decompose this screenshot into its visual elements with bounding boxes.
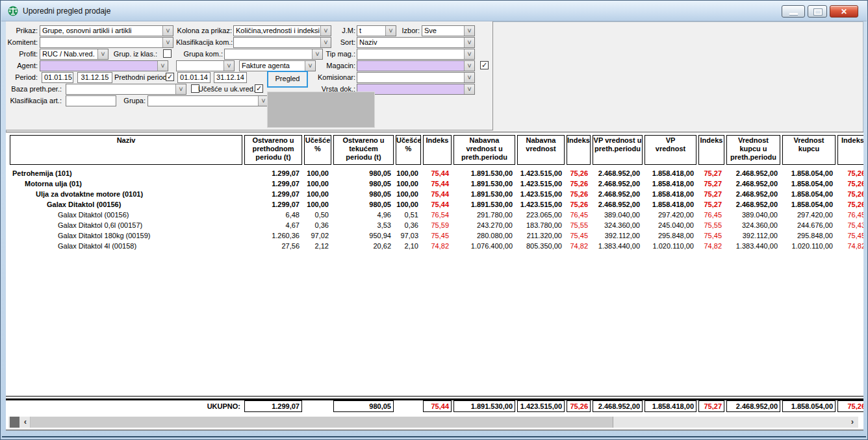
table-cell-naziv: Motorna ulja (01) [10, 178, 244, 189]
agent-combo[interactable] [40, 60, 168, 71]
prethodni-from-input[interactable]: 01.01.14 [177, 72, 211, 83]
table-cell: 1.891.530,00 [453, 168, 517, 178]
chevron-down-icon[interactable] [223, 61, 234, 71]
baza-preth-per-combo[interactable] [66, 84, 186, 95]
table-row[interactable]: Galax Ditaktol 4l (00158) 27,56 2,12 20,… [10, 241, 863, 251]
table-row[interactable]: Motorna ulja (01) 1.299,07 100,00 980,05… [10, 178, 863, 189]
grup-iz-klas-label: Grup. iz klas.: [110, 49, 157, 58]
table-row[interactable]: Petrohemija (101) 1.299,07 100,00 980,05… [10, 168, 863, 178]
column-header[interactable]: Vrednost kupcu [782, 135, 836, 165]
table-cell: 100,00 [396, 199, 423, 210]
column-header-naziv[interactable]: Naziv [10, 135, 242, 165]
table-cell-indeks: 76,45 [567, 210, 593, 220]
kolona-combo[interactable]: Količina,vrednosti i indeksi [233, 25, 331, 36]
table-row[interactable]: Galax Ditaktol (00156) 6,48 0,50 4,96 0,… [10, 210, 863, 220]
table-cell: 100,00 [304, 178, 333, 189]
column-header[interactable]: Učešće % [396, 135, 421, 165]
fakture-agenta-combo[interactable]: Fakture agenta [239, 60, 316, 71]
tip-mag-combo[interactable] [357, 49, 475, 60]
sort-combo[interactable]: Naziv [357, 37, 475, 48]
tip-mag-value [357, 49, 464, 59]
scroll-left-arrow-icon[interactable] [21, 417, 30, 428]
table-cell-indeks: 75,26 [567, 189, 593, 199]
chevron-down-icon[interactable] [464, 26, 474, 36]
grup-iz-klas-checkbox[interactable] [163, 49, 172, 58]
column-header[interactable]: Indeks [423, 135, 452, 165]
chevron-down-icon[interactable] [464, 61, 474, 71]
scroll-right-arrow-icon[interactable] [848, 417, 857, 428]
table-header-row: Naziv Ostvareno u prethodnom periodu (t)… [10, 135, 863, 166]
chevron-down-icon[interactable] [97, 49, 108, 59]
table-cell: 980,05 [333, 199, 396, 210]
column-header[interactable]: Nabavna vrednost u preth.periodu [453, 135, 515, 165]
maximize-button[interactable] [808, 5, 827, 18]
table-cell-indeks: 75,26 [567, 199, 593, 210]
scrollbar-thumb[interactable] [30, 417, 613, 428]
baza-preth-per-label: Baza preth.per.: [6, 84, 62, 93]
table-row[interactable]: Galax Ditaktol (00156) 1.299,07 100,00 9… [10, 199, 863, 210]
chevron-down-icon[interactable] [464, 84, 474, 94]
column-header[interactable]: Učešće % [304, 135, 331, 165]
title-bar[interactable]: Uporedni pregled prodaje [1, 1, 867, 21]
table-row[interactable]: Galax Ditaktol 0,6l (00157) 4,67 0,36 3,… [10, 220, 863, 230]
pregled-button[interactable]: Pregled [267, 71, 308, 88]
table-cell: 6,48 [244, 210, 304, 220]
total-cell-indeks: 75,27 [698, 400, 724, 412]
chevron-down-icon[interactable] [175, 84, 186, 94]
scrollbar-grip[interactable] [10, 417, 19, 428]
prikaz-combo[interactable]: Grupe, osnovni artikli i artikli [40, 25, 173, 36]
chevron-down-icon[interactable] [464, 49, 474, 59]
column-header[interactable]: Ostvareno u tekućem periodu (t) [333, 135, 394, 165]
horizontal-scrollbar[interactable] [8, 417, 858, 428]
prethodni-period-checkbox[interactable]: ✓ [166, 73, 174, 81]
column-header[interactable]: Indeks [837, 135, 863, 165]
table-cell: 211.320,00 [517, 230, 567, 241]
table-row[interactable]: Ulja za dvotaktne motore (0101) 1.299,07… [10, 189, 863, 199]
table-cell: 389.040,00 [593, 210, 645, 220]
period-to-input[interactable]: 31.12.15 [77, 72, 112, 83]
table-cell-indeks: 75,27 [698, 178, 726, 189]
column-header[interactable]: Indeks [698, 135, 724, 165]
profit-combo[interactable]: RUC / Nab.vred. [40, 49, 108, 60]
chevron-down-icon[interactable] [305, 61, 315, 71]
agent-secondary-combo[interactable] [176, 60, 235, 71]
chevron-down-icon[interactable] [464, 38, 474, 47]
column-header[interactable]: Indeks [567, 135, 591, 165]
grupa-combo[interactable] [147, 95, 269, 106]
grupa-kom-combo[interactable] [224, 49, 323, 60]
klasifikacija-kom-combo[interactable] [233, 37, 331, 48]
ucesce-checkbox[interactable]: ✓ [255, 84, 263, 93]
komisionar-combo[interactable] [357, 72, 475, 83]
chevron-down-icon[interactable] [162, 26, 173, 36]
izbor-combo[interactable]: Sve [422, 25, 475, 36]
column-header[interactable]: Vrednost kupcu u preth.periodu [726, 135, 780, 165]
magacin-checkbox[interactable]: ✓ [480, 61, 489, 69]
table-cell-indeks: 75,27 [698, 168, 726, 178]
table-cell-naziv: Galax Ditaktol 4l (00158) [10, 241, 244, 251]
table-cell: 980,05 [333, 189, 396, 199]
chevron-down-icon[interactable] [464, 73, 474, 82]
column-header[interactable]: VP vrednost u preth.periodu [593, 135, 643, 165]
total-cell: 1.423.515,00 [517, 400, 565, 412]
column-header[interactable]: Ostvareno u prethodnom periodu (t) [244, 135, 302, 165]
column-header[interactable]: Nabavna vrednost [517, 135, 565, 165]
table-cell: 950,94 [333, 230, 396, 241]
komitent-combo[interactable] [40, 37, 173, 48]
period-from-input[interactable]: 01.01.15 [42, 72, 73, 83]
magacin-combo[interactable] [357, 60, 475, 71]
table-cell: 2,10 [396, 241, 423, 251]
table-cell: 1.423.515,00 [517, 189, 567, 199]
klasifikacija-art-input[interactable] [66, 95, 116, 106]
prethodni-to-input[interactable]: 31.12.14 [214, 72, 247, 83]
close-button[interactable] [830, 5, 858, 18]
minimize-button[interactable] [782, 5, 805, 18]
table-cell: 244.676,00 [782, 220, 837, 230]
chevron-down-icon[interactable] [157, 61, 168, 71]
column-header[interactable]: VP vrednost [645, 135, 696, 165]
table-cell: 280.080,00 [453, 230, 517, 241]
table-cell-naziv: Galax Ditaktol 0,6l (00157) [10, 220, 244, 230]
table-row[interactable]: Galax Ditaktol 180kg (00159) 1.260,36 97… [10, 230, 863, 241]
table-cell-naziv: Galax Ditaktol 180kg (00159) [10, 230, 244, 241]
chevron-down-icon[interactable] [162, 38, 173, 47]
profit-label: Profit: [6, 49, 38, 58]
